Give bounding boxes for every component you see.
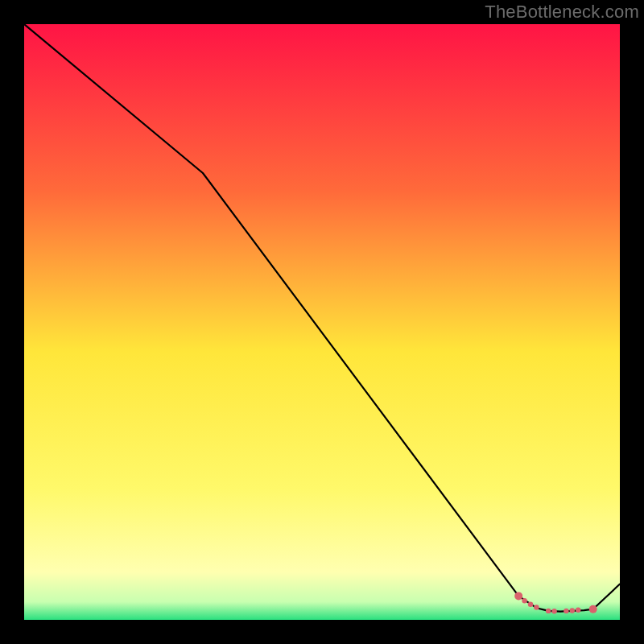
- marker-point: [551, 609, 556, 613]
- gradient-background: [24, 24, 620, 620]
- marker-point: [576, 608, 580, 613]
- plot-area: [24, 24, 620, 620]
- marker-point: [589, 605, 597, 613]
- marker-point: [546, 609, 551, 613]
- marker-point: [564, 609, 568, 613]
- marker-point: [522, 598, 526, 603]
- marker-point: [528, 602, 533, 607]
- watermark-text: TheBottleneck.com: [485, 2, 639, 23]
- marker-point: [534, 605, 539, 609]
- marker-point: [570, 608, 575, 613]
- marker-point: [514, 592, 522, 600]
- chart-frame: TheBottleneck.com: [0, 0, 644, 644]
- chart-svg: [24, 24, 620, 620]
